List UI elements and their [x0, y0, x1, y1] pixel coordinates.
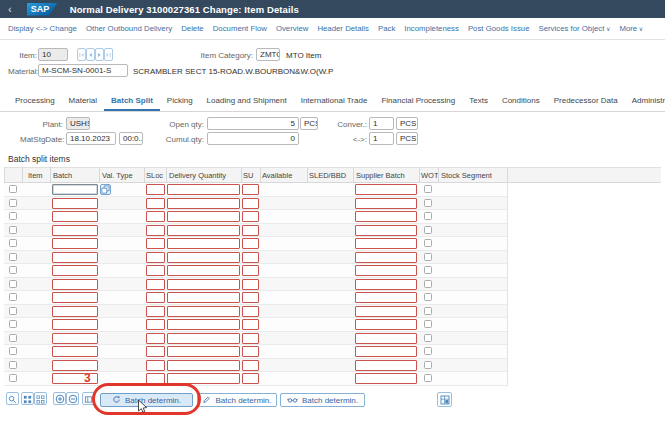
- row-select-checkbox[interactable]: [9, 239, 17, 247]
- tab-material[interactable]: Material: [62, 96, 104, 111]
- batch-input[interactable]: [52, 292, 98, 303]
- su-input[interactable]: [242, 225, 259, 236]
- wot-checkbox[interactable]: [424, 253, 432, 261]
- tab-loading-and-shipment[interactable]: Loading and Shipment: [200, 96, 294, 111]
- conversion-field[interactable]: 1: [369, 117, 394, 130]
- sloc-input[interactable]: [146, 211, 165, 222]
- sloc-input[interactable]: [146, 252, 165, 263]
- supplier-batch-input[interactable]: [355, 198, 417, 209]
- delivery-quantity-input[interactable]: [167, 360, 240, 371]
- batch-input[interactable]: [52, 238, 98, 249]
- su-input[interactable]: [242, 306, 259, 317]
- row-select-checkbox[interactable]: [9, 307, 17, 315]
- sloc-input[interactable]: [146, 265, 165, 276]
- conversion2-unit-field[interactable]: PCS: [396, 132, 418, 145]
- supplier-batch-input[interactable]: [355, 319, 417, 330]
- row-select-checkbox[interactable]: [9, 226, 17, 234]
- delivery-quantity-input[interactable]: [167, 373, 240, 384]
- batch-input[interactable]: [52, 373, 98, 384]
- tab-texts[interactable]: Texts: [462, 96, 495, 111]
- sloc-input[interactable]: [146, 292, 165, 303]
- sloc-input[interactable]: [146, 306, 165, 317]
- wot-checkbox[interactable]: [424, 293, 432, 301]
- delivery-quantity-input[interactable]: [167, 238, 240, 249]
- row-select-checkbox[interactable]: [9, 361, 17, 369]
- sloc-input[interactable]: [146, 319, 165, 330]
- delivery-quantity-input[interactable]: [167, 306, 240, 317]
- select-all-button[interactable]: [21, 392, 34, 405]
- open-qty-field[interactable]: 5: [207, 117, 299, 130]
- value-help-icon[interactable]: [100, 184, 111, 195]
- supplier-batch-input[interactable]: [355, 346, 417, 357]
- delivery-quantity-input[interactable]: [167, 333, 240, 344]
- wot-checkbox[interactable]: [424, 320, 432, 328]
- batch-determination-button-2[interactable]: Batch determin.: [197, 393, 277, 407]
- su-input[interactable]: [242, 360, 259, 371]
- su-input[interactable]: [242, 346, 259, 357]
- cumul-qty-field[interactable]: 0: [207, 132, 299, 145]
- sloc-input[interactable]: [146, 184, 165, 195]
- batch-input[interactable]: [52, 225, 98, 236]
- wot-checkbox[interactable]: [424, 226, 432, 234]
- first-item-button[interactable]: [77, 48, 86, 61]
- previous-item-button[interactable]: [86, 48, 95, 61]
- wot-checkbox[interactable]: [424, 280, 432, 288]
- batch-determination-button-1[interactable]: Batch determin.: [100, 393, 193, 407]
- menu-item-pack[interactable]: Pack: [378, 24, 395, 33]
- menu-item-incompleteness[interactable]: Incompleteness: [404, 24, 459, 33]
- open-qty-unit-field[interactable]: PCS: [300, 117, 318, 130]
- menu-item-display-change[interactable]: Display <-> Change: [8, 24, 77, 33]
- row-select-checkbox[interactable]: [9, 293, 17, 301]
- item-field[interactable]: 10: [38, 48, 68, 61]
- sloc-input[interactable]: [146, 333, 165, 344]
- supplier-batch-input[interactable]: [355, 225, 417, 236]
- tab-picking[interactable]: Picking: [160, 96, 200, 111]
- supplier-batch-input[interactable]: [355, 265, 417, 276]
- supplier-batch-input[interactable]: [355, 292, 417, 303]
- matstgtime-field[interactable]: 00:0...: [119, 132, 143, 145]
- wot-checkbox[interactable]: [424, 361, 432, 369]
- delivery-quantity-input[interactable]: [167, 319, 240, 330]
- delivery-quantity-input[interactable]: [167, 279, 240, 290]
- row-select-checkbox[interactable]: [9, 253, 17, 261]
- tab-batch-split[interactable]: Batch Split: [104, 96, 160, 111]
- row-select-checkbox[interactable]: [9, 199, 17, 207]
- menu-item-delete[interactable]: Delete: [181, 24, 204, 33]
- tab-predecessor-data[interactable]: Predecessor Data: [547, 96, 625, 111]
- row-select-checkbox[interactable]: [9, 334, 17, 342]
- row-select-checkbox[interactable]: [9, 347, 17, 355]
- supplier-batch-input[interactable]: [355, 279, 417, 290]
- conversion2-field[interactable]: 1: [369, 132, 394, 145]
- batch-input[interactable]: [52, 306, 98, 317]
- back-icon[interactable]: ‹: [8, 0, 12, 18]
- batch-input[interactable]: [52, 319, 98, 330]
- row-select-checkbox[interactable]: [9, 374, 17, 382]
- delivery-quantity-input[interactable]: [167, 225, 240, 236]
- sloc-input[interactable]: [146, 198, 165, 209]
- menu-item-document-flow[interactable]: Document Flow: [213, 24, 267, 33]
- menu-item-header-details[interactable]: Header Details: [317, 24, 369, 33]
- batch-input[interactable]: [52, 333, 98, 344]
- insert-line-button[interactable]: [53, 392, 66, 405]
- su-input[interactable]: [242, 198, 259, 209]
- su-input[interactable]: [242, 252, 259, 263]
- sloc-input[interactable]: [146, 346, 165, 357]
- batch-input[interactable]: [52, 346, 98, 357]
- tab-administration[interactable]: Administration: [625, 96, 665, 111]
- conversion-unit-field[interactable]: PCS: [396, 117, 418, 130]
- su-input[interactable]: [242, 373, 259, 384]
- delivery-quantity-input[interactable]: [167, 292, 240, 303]
- supplier-batch-input[interactable]: [355, 184, 417, 195]
- wot-checkbox[interactable]: [424, 334, 432, 342]
- menu-item-post-goods-issue[interactable]: Post Goods Issue: [468, 24, 530, 33]
- su-input[interactable]: [242, 279, 259, 290]
- supplier-batch-input[interactable]: [355, 373, 417, 384]
- wot-checkbox[interactable]: [424, 266, 432, 274]
- tab-processing[interactable]: Processing: [8, 96, 62, 111]
- supplier-batch-input[interactable]: [355, 252, 417, 263]
- wot-checkbox[interactable]: [424, 212, 432, 220]
- plant-field[interactable]: USHS: [66, 117, 90, 130]
- batch-input[interactable]: [52, 360, 98, 371]
- batch-input[interactable]: [52, 198, 98, 209]
- delivery-quantity-input[interactable]: [167, 211, 240, 222]
